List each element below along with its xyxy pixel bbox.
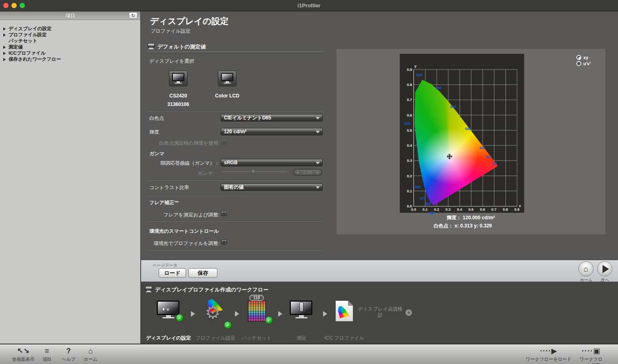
disclosure-triangle-icon[interactable] xyxy=(3,52,6,55)
workflow-load-label: ワークフローをロード xyxy=(526,356,571,362)
workflow-save-icon: ····▣ xyxy=(578,346,605,356)
chevron-down-icon xyxy=(316,162,320,164)
y-tick-label: 0.7 xyxy=(407,98,412,102)
y-tick-label: 0.9 xyxy=(407,68,412,72)
patch-set-icon xyxy=(248,300,266,322)
contrast-label: コントラスト比率 xyxy=(149,184,189,191)
use-wp-luminance-label: 白色点測定時の輝度を使用: xyxy=(149,140,219,147)
disclosure-triangle-icon[interactable] xyxy=(3,46,6,49)
sidebar-item[interactable]: 測定値 xyxy=(0,44,140,50)
ambient-checkbox[interactable] xyxy=(221,240,227,245)
x-tick-label: 0.5 xyxy=(468,207,474,212)
help-icon: ? xyxy=(62,346,75,356)
ambient-section-label: 環境光のスマートコントロール xyxy=(149,228,219,235)
x-tick-label: 0.4 xyxy=(457,207,462,212)
disclosure-triangle-icon[interactable] xyxy=(3,58,6,61)
workflow-step-display-settings[interactable]: ◐☀ ✓ xyxy=(157,300,180,320)
refresh-icon[interactable]: ↻ xyxy=(129,12,137,19)
fullscreen-button[interactable]: ↖↘ 全画面表示 xyxy=(12,346,35,362)
workflow-step-label[interactable]: ICC プロファイル xyxy=(318,335,371,342)
white-point-dropdown[interactable]: CIEイルミナントD65 xyxy=(221,114,323,121)
sidebar-item[interactable]: パッチセット xyxy=(0,38,140,44)
icc-profile-icon xyxy=(335,300,353,322)
radio-unselected-icon[interactable] xyxy=(576,61,581,66)
display-name: Color LCD xyxy=(203,93,252,99)
colorimeter-icon xyxy=(299,302,303,312)
flare-checkbox-label: フレアを測定および調整: xyxy=(149,212,219,218)
workflow-band: ディスプレイプロファイル作成のワークフロー ◐☀ ✓ ディスプレイの設定 ⚙ ✓… xyxy=(141,282,618,344)
luminance-value: 120 cd/m² xyxy=(224,129,246,135)
sidebar-item-label: ICCプロファイル xyxy=(9,50,45,56)
y-tick-label: 0.1 xyxy=(407,189,412,193)
next-button-label: 次へ xyxy=(593,277,617,283)
display-button-colorlcd[interactable] xyxy=(218,71,237,86)
chromaticity-chart: y x 0.00.10.20.30.40.50.60.70.80.90.00.1… xyxy=(400,54,524,213)
y-tick-label: 0.3 xyxy=(407,159,412,163)
disclosure-triangle-icon[interactable] xyxy=(3,33,6,37)
brightness-icon: ◐☀ xyxy=(162,305,170,312)
sidebar-item[interactable]: ICCプロファイル xyxy=(0,50,140,56)
workflow-save-button[interactable]: ····▣ ワークフローを保存 xyxy=(578,346,605,364)
slider-thumb xyxy=(251,170,255,173)
display-name: CS2420 xyxy=(154,93,203,99)
y-tick-label: 0.6 xyxy=(407,113,412,117)
home-button[interactable]: ⌂ xyxy=(578,261,594,276)
next-button[interactable] xyxy=(597,261,612,276)
disclosure-triangle-icon[interactable] xyxy=(3,27,6,31)
list-icon: ≡ xyxy=(42,346,51,356)
wavelength-label: 580 xyxy=(465,127,471,131)
workflow-step-icc-profile[interactable] xyxy=(335,300,353,322)
workflow-step-measure[interactable] xyxy=(290,300,313,320)
y-tick-label: 0.2 xyxy=(407,174,412,178)
plus-icon[interactable]: + xyxy=(405,309,412,316)
mode-option-xy[interactable]: xy xyxy=(576,55,588,60)
workflow-step-profile-settings[interactable]: ⚙ ✓ xyxy=(204,300,227,323)
y-tick-label: 0.0 xyxy=(407,204,412,208)
trc-label: 階調応答曲線（ガンマ）： xyxy=(149,160,219,167)
gamma-stepper: ◀2.20▶ xyxy=(293,169,322,176)
workflow-title: ディスプレイプロファイル作成のワークフロー xyxy=(155,286,268,293)
flare-checkbox[interactable] xyxy=(221,211,227,216)
flare-section-label: フレア補正™ xyxy=(149,199,179,206)
workflow-load-button[interactable]: ····▶ ワークフローをロード xyxy=(526,346,571,362)
spectral-locus xyxy=(414,70,517,206)
mode-option-uv[interactable]: u'v' xyxy=(576,61,591,66)
mode-label-xy: xy xyxy=(583,55,588,60)
load-button[interactable]: ロード xyxy=(159,268,186,278)
wavelength-label: 380 xyxy=(429,211,435,215)
wavelength-label: 470 xyxy=(420,196,426,201)
workflow-load-icon: ····▶ xyxy=(526,346,571,356)
gamma-slider xyxy=(222,169,287,174)
save-button[interactable]: 保存 xyxy=(188,268,217,278)
sidebar-item-label: 保存されたワークフロー xyxy=(9,56,61,62)
titlebar: i1Profiler xyxy=(0,0,618,11)
sidebar-item[interactable]: プロファイル設定 xyxy=(0,32,140,38)
gear-icon: ⚙ xyxy=(205,304,221,322)
pagedata-label: ページデータ xyxy=(153,263,177,268)
workflow-step-label[interactable]: ディスプレイの設定 xyxy=(142,335,195,342)
sidebar-header: 項目 ↻ xyxy=(0,11,140,20)
radio-selected-icon[interactable] xyxy=(576,55,581,60)
workflow-step-patch-set[interactable]: 118 ✓ xyxy=(248,300,266,322)
home-toolbar-button[interactable]: ⌂ ホーム xyxy=(84,346,97,362)
display-select-label: ディスプレイを選択 xyxy=(149,58,194,65)
display-button-cs2420[interactable] xyxy=(169,71,188,86)
sidebar-item[interactable]: 保存されたワークフロー xyxy=(0,56,140,62)
y-axis-label: y xyxy=(414,64,416,68)
contrast-dropdown[interactable]: 固有の値 xyxy=(221,183,323,191)
sidebar-item[interactable]: ディスプレイの設定 xyxy=(0,26,140,32)
display-icon xyxy=(148,43,155,49)
increment-icon: ▶ xyxy=(317,170,319,175)
home-toolbar-label: ホーム xyxy=(84,356,97,362)
y-tick-label: 0.4 xyxy=(407,143,412,148)
help-button[interactable]: ? ヘルプ xyxy=(62,346,75,362)
fullscreen-label: 全画面表示 xyxy=(12,356,35,362)
arrow-right-icon xyxy=(323,311,327,317)
items-button[interactable]: ≡ 項目 xyxy=(42,346,51,362)
pagedata-band: ページデータ ロード 保存 ⌂ ホーム 次へ xyxy=(141,260,618,282)
gamma-slider-label: ガンマ xyxy=(149,170,213,177)
trc-dropdown[interactable]: sRGB xyxy=(221,159,323,166)
wavelength-label: 500 xyxy=(404,121,410,126)
help-label: ヘルプ xyxy=(62,356,75,362)
luminance-dropdown[interactable]: 120 cd/m² xyxy=(221,128,323,135)
